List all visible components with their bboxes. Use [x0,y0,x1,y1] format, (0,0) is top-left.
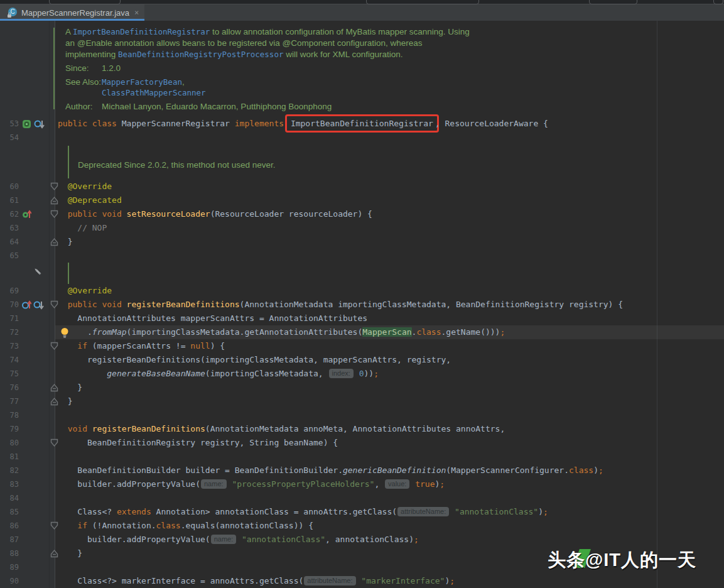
code-line-53[interactable]: 53public class MapperScannerRegistrar im… [0,117,724,131]
code-line-text[interactable]: } [58,381,82,395]
code-line-text[interactable]: @Override [58,284,112,298]
gutter-line-number[interactable]: 89 [0,560,19,574]
code-line-text[interactable]: generateBaseBeanName(importingClassMetad… [58,367,379,381]
gutter-line-number[interactable]: 65 [0,249,19,263]
gutter-line-number[interactable]: 53 [0,117,19,131]
code-line-75[interactable]: 75 generateBaseBeanName(importingClassMe… [0,367,724,381]
string-token: "annotationClass" [455,507,538,516]
code-line-text[interactable]: Class<?> markerInterface = annoAttrs.get… [58,574,455,588]
implementations-icon[interactable] [34,119,45,129]
gutter-line-number[interactable]: 81 [0,450,19,464]
code-line-90[interactable]: 90 Class<?> markerInterface = annoAttrs.… [0,574,724,588]
code-line-78[interactable]: 78 [0,408,724,422]
code-token [58,466,77,475]
code-line-79[interactable]: 79 void registerBeanDefinitions(Annotati… [0,422,724,436]
code-line-text[interactable]: BeanDefinitionRegistry registry, String … [58,436,338,450]
gutter-line-number[interactable]: 82 [0,464,19,477]
gutter-line-number[interactable]: 61 [0,193,19,207]
gutter-line-number[interactable]: 69 [0,284,19,298]
code-line-text[interactable]: if (!Annotation.class.equals(annotationC… [58,519,313,533]
code-line-73[interactable]: 73 if (mapperScanAttrs != null) { [0,339,724,353]
code-line-83[interactable]: 83 builder.addPropertyValue(name: "proce… [0,477,724,491]
gutter-line-number[interactable]: 60 [0,180,19,193]
gutter-line-number[interactable]: 73 [0,339,19,353]
gutter-line-number[interactable]: 62 [0,207,19,221]
gutter-line-number[interactable]: 76 [0,381,19,395]
gutter-line-number[interactable]: 70 [0,298,19,312]
code-line-text[interactable]: Class<? extends Annotation> annotationCl… [58,505,548,519]
gutter-line-number[interactable]: 78 [0,408,19,422]
gutter-line-number[interactable]: 79 [0,422,19,436]
javadoc-link[interactable]: ClassPathMapperScanner [102,88,206,97]
code-line-84[interactable]: 84 [0,491,724,505]
code-line-text[interactable]: public void setResourceLoader(ResourceLo… [58,207,372,221]
code-line-text[interactable]: public class MapperScannerRegistrar impl… [58,117,548,131]
implementations-icon-blue[interactable] [33,300,44,310]
code-line-54[interactable]: 54 [0,131,724,144]
code-line-text[interactable]: AnnotationAttributes mapperScanAttrs = A… [58,312,367,325]
gutter-line-number[interactable]: 71 [0,312,19,325]
class-icon[interactable] [22,119,32,129]
code-line-61[interactable]: 61 @Deprecated [0,193,724,207]
code-line-62[interactable]: 62 public void setResourceLoader(Resourc… [0,207,724,221]
code-line-text[interactable]: BeanDefinitionBuilder builder = BeanDefi… [58,464,603,477]
gutter-line-number[interactable]: 72 [0,325,19,339]
gutter-line-number[interactable]: 85 [0,505,19,519]
gutter-line-number[interactable]: 90 [0,574,19,588]
gutter-line-number[interactable]: 83 [0,477,19,491]
gutter-line-number[interactable]: 75 [0,367,19,381]
code-line-80[interactable]: 80 BeanDefinitionRegistry registry, Stri… [0,436,724,450]
javadoc-link[interactable]: MapperFactoryBean [102,77,182,87]
code-line-60[interactable]: 60 @Override [0,180,724,193]
code-line-77[interactable]: 77 } [0,395,724,408]
code-line-text[interactable]: .fromMap(importingClassMetadata.getAnnot… [58,325,505,339]
code-line-86[interactable]: 86 if (!Annotation.class.equals(annotati… [0,519,724,533]
code-line-74[interactable]: 74 registerBeanDefinitions(importingClas… [0,353,724,367]
code-line-69[interactable]: 69 @Override [0,284,724,298]
code-token: BeanDefinitionBuilder builder = BeanDefi… [77,466,343,475]
code-line-text[interactable]: registerBeanDefinitions(importingClassMe… [58,353,451,367]
code-line-70[interactable]: 70 public void registerBeanDefinitions(A… [0,298,724,312]
code-line-64[interactable]: 64 } [0,235,724,249]
code-line-76[interactable]: 76 } [0,381,724,395]
gutter-line-number[interactable]: 74 [0,353,19,367]
code-line-63[interactable]: 63 // NOP [0,221,724,235]
override-icon-blue[interactable] [22,300,31,310]
code-line-text[interactable]: public void registerBeanDefinitions(Anno… [58,298,623,312]
semicolon-token: ; [450,576,455,585]
code-line-text[interactable]: void registerBeanDefinitions(AnnotationM… [58,422,505,436]
code-line-81[interactable]: 81 [0,450,724,464]
code-line-text[interactable]: builder.addPropertyValue(name: "annotati… [58,533,419,547]
gutter-line-number[interactable]: 86 [0,519,19,533]
gutter-line-number[interactable]: 88 [0,547,19,560]
code-line-82[interactable]: 82 BeanDefinitionBuilder builder = BeanD… [0,464,724,477]
gutter-line-number[interactable]: 84 [0,491,19,505]
edit-comment-pencil-icon[interactable] [33,266,43,276]
javadoc-meta-row: Author:Michael Lanyon, Eduardo Macarron,… [65,101,332,112]
code-line-text[interactable]: if (mapperScanAttrs != null) { [58,339,225,353]
code-line-65[interactable]: 65 [0,249,724,263]
code-line-85[interactable]: 85 Class<? extends Annotation> annotatio… [0,505,724,519]
gutter-line-number[interactable]: 64 [0,235,19,249]
gutter-line-number[interactable]: 63 [0,221,19,235]
code-line-71[interactable]: 71 AnnotationAttributes mapperScanAttrs … [0,312,724,325]
code-line-text[interactable]: } [58,395,72,408]
tab-close-icon[interactable]: × [134,8,139,17]
javadoc-rendered-comment: A ImportBeanDefinitionRegistrar to allow… [0,24,659,117]
gutter-line-number[interactable]: 54 [0,131,19,144]
gutter-line-number[interactable]: 77 [0,395,19,408]
code-line-text[interactable]: @Override [58,180,112,193]
code-line-text[interactable]: } [58,547,82,560]
code-line-87[interactable]: 87 builder.addPropertyValue(name: "annot… [0,533,724,547]
code-line-72[interactable]: 72 .fromMap(importingClassMetadata.getAn… [0,325,724,339]
code-line-text[interactable]: @Deprecated [58,193,122,207]
override-icon-green[interactable] [22,210,31,219]
code-token [58,369,107,378]
gutter-line-number[interactable]: 80 [0,436,19,450]
gutter-line-number[interactable]: 87 [0,533,19,547]
code-line-text[interactable]: } [58,235,72,249]
keyword-token: class [156,521,181,530]
code-token [58,535,87,544]
code-line-text[interactable]: builder.addPropertyValue(name: "processP… [58,477,445,491]
code-line-text[interactable]: // NOP [58,221,107,235]
